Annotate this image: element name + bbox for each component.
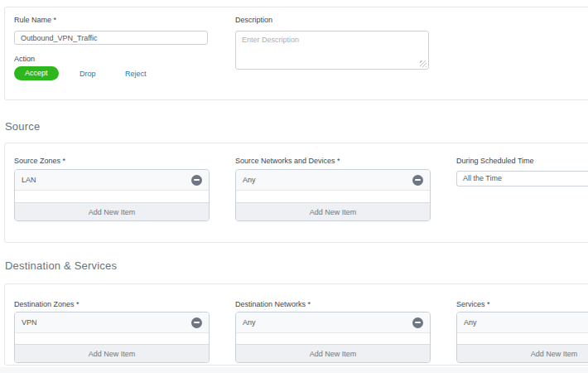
destination-card: Destination Zones * VPN Add New Item Des… — [4, 283, 588, 366]
scheduled-time-label: During Scheduled Time — [456, 157, 534, 165]
picker-item-label: Any — [464, 318, 477, 327]
destination-zones-label: Destination Zones * — [14, 300, 80, 308]
add-new-item-button[interactable]: Add New Item — [236, 344, 430, 362]
picker-item-row: LAN — [15, 170, 209, 191]
picker-item-label: LAN — [22, 176, 36, 184]
minus-bar — [194, 322, 200, 323]
remove-item-icon[interactable] — [412, 175, 423, 186]
description-label: Description — [235, 16, 272, 24]
source-networks-label: Source Networks and Devices * — [235, 157, 340, 165]
add-new-item-button[interactable]: Add New Item — [15, 202, 209, 220]
add-new-item-button[interactable]: Add New Item — [15, 344, 209, 362]
remove-item-icon[interactable] — [191, 317, 202, 328]
source-card: Source Zones * LAN Add New Item Source N… — [4, 143, 588, 243]
destination-section-heading: Destination & Services — [5, 259, 117, 272]
general-settings-card: Rule Name * Description Enter Descriptio… — [4, 7, 588, 100]
destination-zones-picker: VPN Add New Item — [14, 312, 210, 363]
action-accept-button[interactable]: Accept — [14, 66, 59, 80]
action-drop-button[interactable]: Drop — [80, 70, 96, 78]
picker-spacer — [457, 333, 588, 344]
action-label: Action — [14, 55, 35, 63]
minus-bar — [415, 179, 421, 181]
picker-item-label: Any — [243, 318, 256, 327]
services-picker: Any Add New Item — [456, 312, 588, 363]
page-bottom-strip — [0, 367, 588, 373]
rule-name-input[interactable] — [14, 31, 208, 45]
picker-item-row: Any — [236, 170, 430, 191]
add-new-item-button[interactable]: Add New Item — [457, 344, 588, 362]
picker-item-row: Any — [236, 312, 430, 333]
rule-name-label: Rule Name * — [14, 16, 56, 24]
minus-bar — [194, 179, 200, 181]
picker-item-label: VPN — [22, 318, 37, 327]
picker-item-row: Any — [457, 312, 588, 333]
services-label: Services * — [456, 300, 490, 308]
minus-bar — [415, 322, 421, 323]
picker-spacer — [15, 191, 209, 202]
picker-spacer — [15, 333, 209, 344]
source-zones-picker: LAN Add New Item — [14, 169, 210, 221]
destination-networks-picker: Any Add New Item — [235, 312, 431, 363]
action-reject-button[interactable]: Reject — [125, 70, 147, 78]
description-placeholder: Enter Description — [242, 36, 299, 44]
remove-item-icon[interactable] — [191, 175, 202, 186]
description-textarea[interactable]: Enter Description — [235, 31, 429, 70]
picker-item-label: Any — [243, 176, 256, 184]
picker-item-row: VPN — [15, 312, 209, 333]
picker-spacer — [236, 191, 430, 202]
picker-spacer — [236, 333, 430, 344]
remove-item-icon[interactable] — [412, 317, 423, 328]
source-section-heading: Source — [5, 120, 40, 133]
scheduled-time-select[interactable]: All the Time — [456, 171, 588, 186]
source-networks-picker: Any Add New Item — [235, 169, 431, 221]
destination-networks-label: Destination Networks * — [235, 300, 311, 308]
resize-grip-icon[interactable] — [420, 61, 427, 67]
add-new-item-button[interactable]: Add New Item — [236, 202, 430, 220]
source-zones-label: Source Zones * — [14, 157, 65, 165]
